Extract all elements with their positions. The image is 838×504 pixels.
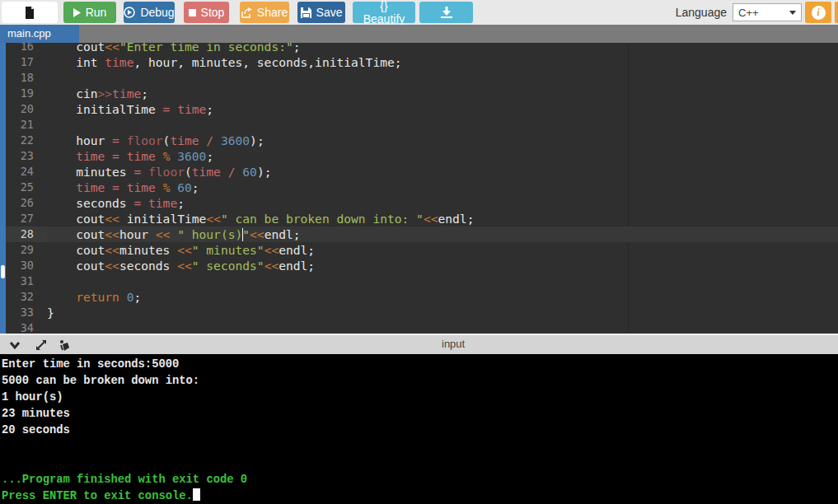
stop-button-label: Stop — [201, 6, 225, 19]
gutter-line-number[interactable]: 17 — [6, 54, 47, 70]
code-token — [105, 149, 112, 163]
clear-console-icon[interactable] — [58, 338, 71, 352]
code-token — [213, 133, 221, 147]
code-token: / — [228, 165, 236, 179]
code-token: hour — [47, 133, 112, 147]
code-line-33[interactable]: } — [47, 305, 838, 320]
code-line-32[interactable]: return 0; — [47, 289, 838, 305]
code-token: " minutes" — [192, 243, 265, 257]
stop-button[interactable]: Stop — [184, 2, 229, 23]
code-line-24[interactable]: minutes = floor(time / 60); — [47, 164, 838, 180]
gutter-line-number[interactable]: 20 — [6, 101, 47, 117]
code-line-34[interactable] — [47, 320, 838, 334]
gutter-line-number[interactable]: 25 — [6, 180, 47, 195]
code-token: int — [47, 55, 105, 69]
code-token — [119, 180, 127, 194]
code-token: cout — [47, 212, 105, 226]
toolbar: Run Debug Stop Share Save {} Beautify La… — [0, 0, 838, 25]
code-token: time — [127, 149, 156, 163]
code-token: ; — [141, 86, 148, 100]
gutter-line-number[interactable]: 16 — [6, 43, 47, 54]
stop-square-icon — [189, 9, 196, 16]
gutter-line-number[interactable]: 27 — [6, 211, 47, 226]
editor-left-scrollbar[interactable] — [0, 43, 6, 334]
code-line-19[interactable]: cin>>time; — [47, 86, 838, 101]
gutter-line-number[interactable]: 24 — [6, 164, 47, 180]
code-line-17[interactable]: int time, hour, minutes, seconds,initial… — [47, 54, 838, 70]
code-token: << — [105, 259, 119, 273]
gutter-line-number[interactable]: 29 — [6, 242, 47, 258]
share-button-label: Share — [257, 6, 288, 19]
code-line-29[interactable]: cout<<minutes <<" minutes"<<endl; — [47, 242, 838, 258]
code-token: ( — [185, 165, 192, 179]
code-line-26[interactable]: seconds = time; — [47, 195, 838, 211]
code-token — [170, 149, 177, 163]
code-token: "Enter time in seconds:" — [119, 43, 293, 54]
gutter-line-number[interactable]: 33 — [6, 305, 47, 320]
code-token — [170, 227, 177, 241]
debug-play-circle-icon — [124, 7, 135, 18]
code-token: << — [206, 212, 221, 226]
toolbar-right-group: Language C++ — [676, 3, 802, 21]
run-button[interactable]: Run — [63, 2, 116, 23]
code-line-20[interactable]: initialTime = time; — [47, 101, 838, 117]
code-line-27[interactable]: cout<< initialTime<<" can be broken down… — [47, 211, 838, 226]
code-token: " hour(s) — [177, 227, 242, 241]
expand-fullscreen-icon[interactable] — [35, 338, 48, 352]
language-select[interactable]: C++ — [733, 3, 802, 21]
code-token — [156, 149, 163, 163]
code-token — [170, 180, 177, 194]
code-token: ; — [192, 180, 199, 194]
code-token: cin — [47, 86, 98, 100]
code-token: << — [250, 227, 265, 241]
code-token: endl; — [279, 259, 315, 273]
code-token: << — [105, 43, 119, 54]
save-button[interactable]: Save — [297, 2, 345, 23]
code-line-16[interactable]: cout<<"Enter time in seconds:"; — [47, 43, 838, 54]
code-line-22[interactable]: hour = floor(time / 3600); — [47, 133, 838, 148]
collapse-chevron-down-icon[interactable] — [8, 338, 21, 352]
code-token — [221, 165, 228, 179]
debug-button[interactable]: Debug — [124, 2, 175, 23]
gutter-line-number[interactable]: 22 — [6, 133, 47, 148]
download-icon — [441, 7, 452, 18]
code-line-23[interactable]: time = time % 3600; — [47, 148, 838, 164]
gutter-line-number[interactable]: 30 — [6, 258, 47, 273]
code-line-21[interactable] — [47, 117, 838, 133]
gutter-line-number[interactable]: 32 — [6, 289, 47, 305]
code-token: = — [112, 149, 119, 163]
console-output-line — [2, 455, 838, 472]
gutter-line-number[interactable]: 26 — [6, 195, 47, 211]
code-area[interactable]: cout<<"Enter time in seconds:"; int time… — [47, 43, 838, 334]
code-token: << — [105, 227, 119, 241]
code-line-31[interactable] — [47, 273, 838, 289]
code-line-30[interactable]: cout<<seconds <<" seconds"<<endl; — [47, 258, 838, 273]
language-label: Language — [676, 6, 727, 19]
code-editor[interactable]: cout<<"Enter time in seconds:"; int time… — [0, 43, 838, 334]
code-token: seconds — [119, 259, 177, 273]
gutter-line-number[interactable]: 18 — [6, 70, 47, 86]
gutter-line-number[interactable]: 19 — [6, 86, 47, 101]
info-button[interactable]: i — [805, 2, 831, 23]
download-button[interactable] — [419, 2, 473, 23]
gutter-line-number[interactable]: 31 — [6, 273, 47, 289]
code-token: cout — [47, 227, 105, 241]
tab-main-cpp[interactable]: main.cpp — [0, 25, 79, 43]
gutter-line-number[interactable]: 21 — [6, 117, 47, 133]
code-token: time — [76, 180, 105, 194]
gutter-line-number[interactable]: 28 — [6, 226, 47, 242]
code-token: endl; — [279, 243, 315, 257]
code-line-25[interactable]: time = time % 60; — [47, 180, 838, 195]
code-line-18[interactable] — [47, 70, 838, 86]
gutter-line-number[interactable]: 34 — [6, 320, 47, 334]
beautify-button[interactable]: {} Beautify — [353, 2, 415, 23]
save-floppy-icon — [301, 7, 311, 18]
gutter-line-number[interactable]: 23 — [6, 148, 47, 164]
share-button[interactable]: Share — [240, 2, 289, 23]
edge-cut-button[interactable] — [835, 2, 838, 23]
console-output[interactable]: Enter time in seconds:50005000 can be br… — [0, 354, 838, 504]
code-line-28[interactable]: cout<<hour << " hour(s)"<<endl; — [47, 226, 838, 242]
scrollbar-thumb[interactable] — [1, 265, 5, 278]
new-file-button[interactable] — [2, 2, 58, 23]
code-token: << — [177, 243, 192, 257]
